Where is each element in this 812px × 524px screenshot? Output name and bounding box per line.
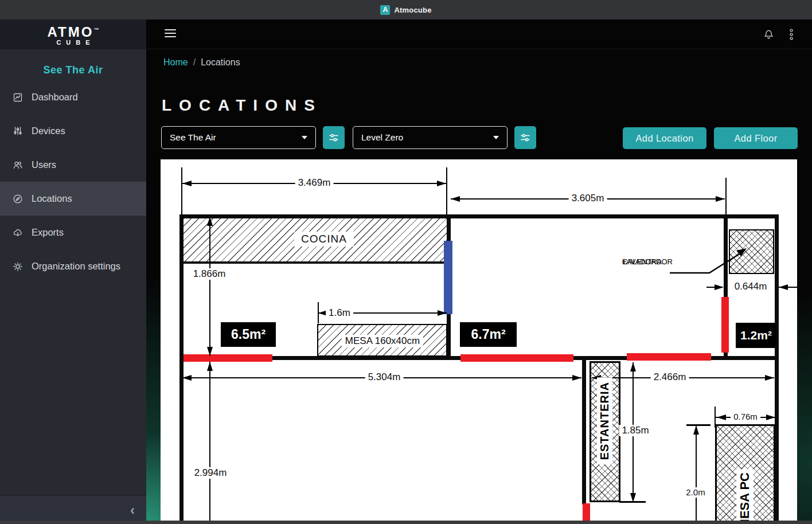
dim-line bbox=[209, 362, 210, 524]
add-floor-button[interactable]: Add Floor bbox=[714, 127, 798, 149]
red-marker bbox=[721, 297, 729, 353]
floor-plan[interactable]: 3.469m 3.605m 1.866m 1.6m 0.644m 5.304m bbox=[161, 159, 797, 524]
wall bbox=[582, 360, 586, 505]
wall bbox=[179, 214, 184, 524]
sidebar-item-dashboard[interactable]: Dashboard bbox=[0, 80, 146, 114]
dim-mesa-pc-height: 2.0m bbox=[683, 487, 708, 498]
red-marker bbox=[184, 354, 272, 362]
dim-cocina-height: 1.866m bbox=[190, 268, 229, 280]
dim-line bbox=[696, 425, 697, 524]
dim-bottom-right: 2.466m bbox=[651, 372, 689, 383]
notifications-bell-icon[interactable] bbox=[762, 28, 775, 41]
breadcrumb-separator: / bbox=[193, 57, 196, 67]
wall bbox=[184, 261, 447, 264]
app-logo-icon: A bbox=[380, 5, 390, 15]
dim-mesa-width: 1.6m bbox=[326, 307, 353, 319]
organization-name: See The Air bbox=[0, 64, 146, 76]
compass-icon bbox=[11, 193, 24, 205]
dim-estanteria-height: 1.85m bbox=[619, 425, 651, 436]
users-icon bbox=[11, 159, 24, 171]
sidebar-item-organization-settings[interactable]: Organization settings bbox=[0, 249, 146, 283]
sidebar-item-label: Exports bbox=[32, 227, 64, 238]
furniture-label-mesa: MESA 160x40cm bbox=[342, 335, 423, 347]
dim-top-left: 3.469m bbox=[295, 177, 334, 189]
dim-top-right: 3.605m bbox=[569, 193, 607, 204]
chevron-down-icon bbox=[493, 136, 499, 139]
dim-niche-width: 0.644m bbox=[732, 281, 770, 292]
lavadora-leader-arrow bbox=[669, 244, 749, 277]
breadcrumb: Home/Locations bbox=[163, 57, 240, 68]
brand-logo-line2: CUBE bbox=[56, 39, 95, 46]
brand-logo-line1: ATMO bbox=[48, 24, 94, 40]
window-titlebar: A Atmocube bbox=[0, 0, 812, 19]
floor-select-value: Level Zero bbox=[361, 132, 403, 143]
floor-select[interactable]: Level Zero bbox=[353, 126, 508, 149]
sidebar-menu: Dashboard Devices Users Locations Export… bbox=[0, 80, 146, 283]
hamburger-menu-icon[interactable] bbox=[165, 29, 176, 38]
dashboard-icon bbox=[11, 91, 24, 104]
wall bbox=[775, 214, 779, 524]
sidebar-item-exports[interactable]: Exports bbox=[0, 216, 146, 249]
gear-icon bbox=[11, 260, 24, 273]
area-badge-left: 6.5m² bbox=[221, 322, 276, 347]
sliders-icon bbox=[520, 132, 531, 143]
room-label-cocina: COCINA bbox=[294, 232, 354, 247]
sidebar-item-label: Users bbox=[32, 159, 56, 170]
kebab-menu-icon[interactable] bbox=[784, 28, 798, 41]
devices-icon bbox=[11, 125, 24, 138]
chevron-down-icon bbox=[302, 136, 307, 139]
blue-marker bbox=[444, 241, 452, 314]
location-select-value: See The Air bbox=[170, 132, 216, 143]
wall bbox=[180, 214, 779, 218]
sidebar-item-devices[interactable]: Devices bbox=[0, 114, 146, 148]
furniture-label-estanteria: ESTANTERIA bbox=[597, 377, 612, 464]
dim-lower-left-height: 2.994m bbox=[192, 467, 230, 479]
sidebar-item-locations[interactable]: Locations bbox=[0, 182, 146, 216]
window-title: Atmocube bbox=[394, 6, 431, 14]
location-select[interactable]: See The Air bbox=[161, 126, 316, 149]
window-bottom-edge bbox=[0, 521, 812, 524]
area-badge-right: 6.7m² bbox=[460, 322, 517, 347]
sidebar: ATMO™ CUBE See The Air Dashboard Devices… bbox=[0, 19, 146, 524]
sidebar-item-label: Dashboard bbox=[32, 92, 78, 103]
furniture-label-mesa-pc: MESA PC bbox=[736, 469, 754, 524]
brand-logo: ATMO™ CUBE bbox=[0, 19, 146, 49]
page-title: LOCATIONS bbox=[162, 96, 322, 115]
red-marker bbox=[460, 354, 573, 362]
sidebar-item-label: Devices bbox=[32, 126, 65, 136]
dim-mesa-pc-width: 0.76m bbox=[731, 412, 760, 422]
sidebar-item-label: Organization settings bbox=[32, 261, 120, 272]
breadcrumb-home-link[interactable]: Home bbox=[163, 57, 188, 67]
sidebar-footer: ‹ bbox=[0, 495, 146, 524]
sliders-icon bbox=[328, 132, 339, 143]
sidebar-item-users[interactable]: Users bbox=[0, 148, 146, 182]
collapse-sidebar-icon[interactable]: ‹ bbox=[130, 505, 135, 516]
area-badge-small: 1.2m² bbox=[736, 323, 776, 348]
floor-filter-button[interactable] bbox=[514, 126, 536, 149]
app-header bbox=[146, 19, 812, 49]
add-location-button[interactable]: Add Location bbox=[623, 127, 706, 149]
cloud-download-icon bbox=[11, 226, 24, 239]
location-filter-button[interactable] bbox=[323, 126, 345, 149]
brand-trademark: ™ bbox=[93, 27, 99, 33]
dim-line bbox=[209, 217, 210, 356]
dim-bottom-left: 5.304m bbox=[365, 372, 404, 383]
breadcrumb-current: Locations bbox=[201, 57, 240, 67]
main-content: Home/Locations LOCATIONS See The Air Lev… bbox=[146, 19, 812, 524]
sidebar-item-label: Locations bbox=[32, 193, 72, 204]
red-marker bbox=[627, 353, 711, 361]
